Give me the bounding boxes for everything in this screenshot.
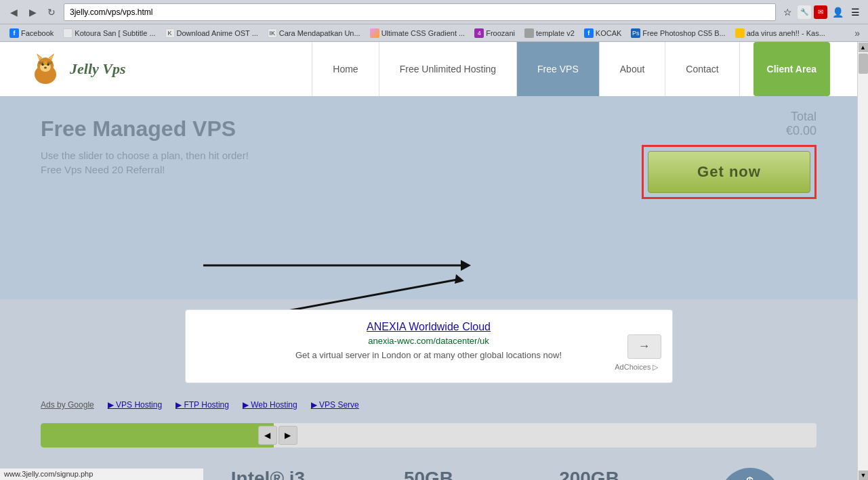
bookmark-facebook[interactable]: f Facebook xyxy=(5,26,58,40)
back-button[interactable]: ◀ xyxy=(5,4,22,20)
nav-about[interactable]: About xyxy=(600,42,666,96)
bookmark-cara[interactable]: IK Cara Mendapatkan Un... xyxy=(264,26,365,40)
get-now-button[interactable]: Get now xyxy=(648,151,810,193)
ads-link-vps-hosting[interactable]: ▶ VPS Hosting xyxy=(108,400,162,410)
forward-button[interactable]: ▶ xyxy=(24,4,41,20)
bookmark-photoshop[interactable]: Ps Free Photoshop CS5 B... xyxy=(627,26,729,40)
nav-home[interactable]: Home xyxy=(312,42,379,96)
hero-section: Free Managed VPS Use the slider to choos… xyxy=(0,96,857,299)
site-header: Jelly Vps Home Free Unlimited Hosting Fr… xyxy=(0,42,857,96)
slider-decrease-button[interactable]: ◀ xyxy=(258,426,277,445)
ads-by-google-label[interactable]: Ads by Google xyxy=(41,400,94,410)
bookmark-kocak[interactable]: f KOCAK xyxy=(580,26,626,40)
feature-cpu-value: Intel® i3 xyxy=(188,468,348,480)
total-amount: €0.00 xyxy=(642,124,817,138)
website-content: Jelly Vps Home Free Unlimited Hosting Fr… xyxy=(0,42,857,480)
feature-cpu: Intel® i3 Guaranteed CPU xyxy=(188,468,348,480)
address-bar[interactable] xyxy=(64,3,776,21)
refresh-button[interactable]: ↻ xyxy=(43,4,60,20)
slider-increase-button[interactable]: ▶ xyxy=(278,426,297,445)
site-nav: Home Free Unlimited Hosting Free VPS Abo… xyxy=(312,42,830,96)
star-icon[interactable]: ☆ xyxy=(780,5,795,20)
mail-icon[interactable]: ✉ xyxy=(814,5,827,19)
ad-url: anexia-wwc.com/datacenter/uk xyxy=(199,336,659,346)
bookmark-froozani[interactable]: 4 Froozani xyxy=(470,26,519,40)
slider-track: ◀ ▶ xyxy=(41,423,817,448)
scrollbar[interactable]: ▲ ▼ xyxy=(857,42,868,480)
hero-right: Total €0.00 Get now xyxy=(642,110,817,199)
slider-controls: ◀ ▶ xyxy=(258,426,297,445)
bookmark-css[interactable]: Ultimate CSS Gradient ... xyxy=(366,26,470,40)
feature-bandwidth: 200GB Monthly bandwidth xyxy=(509,468,669,480)
feature-bandwidth-value: 200GB xyxy=(509,468,669,480)
feature-disk: 50GB Protected diskspace xyxy=(348,468,509,480)
ad-description: Get a virtual server in London or at man… xyxy=(199,350,659,360)
bookmarks-more[interactable]: » xyxy=(852,28,863,39)
logo-image xyxy=(27,51,64,88)
bookmark-virus[interactable]: ada virus aneh!! - Kas... xyxy=(731,26,829,40)
ads-link-web-hosting[interactable]: ▶ Web Hosting xyxy=(243,400,297,410)
user-icon[interactable]: 👤 xyxy=(830,5,845,20)
ad-choices[interactable]: AdChoices ▷ xyxy=(199,363,659,372)
menu-icon[interactable]: ☰ xyxy=(848,5,863,20)
ad-box: ANEXIA Worldwide Cloud anexia-wwc.com/da… xyxy=(185,309,673,383)
ad-section: ANEXIA Worldwide Cloud anexia-wwc.com/da… xyxy=(0,299,857,393)
nav-vps[interactable]: Free VPS xyxy=(517,42,600,96)
bookmark-template[interactable]: template v2 xyxy=(520,26,579,40)
nav-hosting[interactable]: Free Unlimited Hosting xyxy=(379,42,517,96)
ads-link-vps-serve[interactable]: ▶ VPS Serve xyxy=(311,400,359,410)
svg-point-9 xyxy=(44,66,47,68)
price-circle: $ 0 .00 xyxy=(720,468,781,480)
feature-price: $ 0 .00 xyxy=(669,468,830,480)
bookmarks-bar: f Facebook Kotoura San [ Subtitle ... K … xyxy=(0,24,868,42)
get-now-highlight: Get now xyxy=(642,145,817,199)
logo-area: Jelly Vps xyxy=(27,51,126,88)
price-dollar: $ xyxy=(746,475,753,481)
client-area-button[interactable]: Client Area xyxy=(753,42,830,96)
ad-arrow-button[interactable]: → xyxy=(627,334,661,359)
ad-title[interactable]: ANEXIA Worldwide Cloud xyxy=(199,321,659,333)
svg-marker-13 xyxy=(461,260,471,271)
total-label: Total xyxy=(642,110,817,124)
slider-section: ◀ ▶ xyxy=(0,416,857,454)
logo-text: Jelly Vps xyxy=(70,60,126,78)
slider-fill xyxy=(41,423,274,448)
ads-link-ftp-hosting[interactable]: ▶ FTP Hosting xyxy=(175,400,229,410)
svg-point-11 xyxy=(43,61,47,65)
extension-icon1[interactable]: 🔧 xyxy=(798,5,811,19)
bookmark-anime[interactable]: K Download Anime OST ... xyxy=(161,26,262,40)
svg-marker-15 xyxy=(455,274,464,284)
ads-google-bar: Ads by Google ▶ VPS Hosting ▶ FTP Hostin… xyxy=(0,393,857,416)
status-bar: www.3jelly.com/signup.php xyxy=(0,468,203,480)
nav-contact[interactable]: Contact xyxy=(665,42,739,96)
feature-disk-value: 50GB xyxy=(348,468,509,480)
bookmark-kotoura[interactable]: Kotoura San [ Subtitle ... xyxy=(59,26,159,40)
